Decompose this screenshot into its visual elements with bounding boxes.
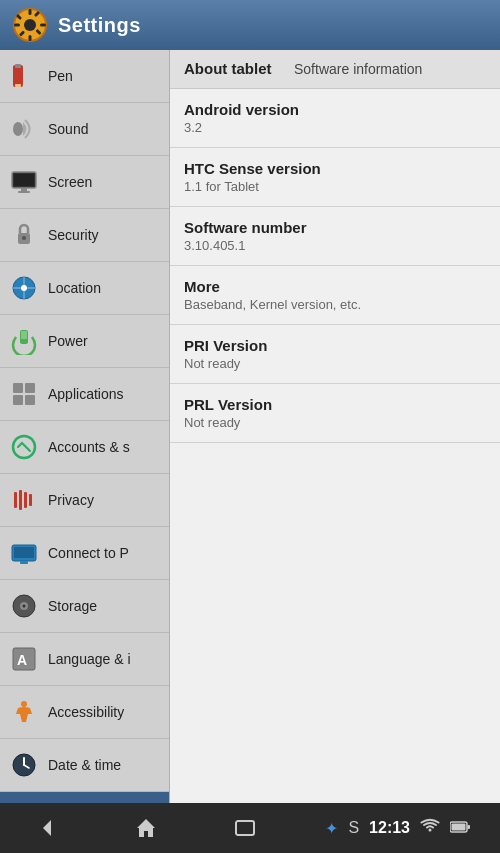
sidebar-label-power: Power [48,333,88,349]
sidebar-item-location[interactable]: Location [0,262,169,315]
sidebar-item-power[interactable]: Power [0,315,169,368]
detail-item-subtitle: Baseband, Kernel version, etc. [184,297,486,312]
sidebar-item-security[interactable]: Security [0,209,169,262]
svg-rect-24 [13,383,23,393]
storage-icon [8,590,40,622]
detail-panel: About tablet Software information Androi… [170,50,500,803]
sidebar-label-datetime: Date & time [48,757,121,773]
sidebar: PenSoundScreenSecurityLocationPowerAppli… [0,50,170,803]
detail-item-title: More [184,278,486,295]
sidebar-item-datetime[interactable]: Date & time [0,739,169,792]
nav-bar: ✦ S 12:13 [0,803,500,853]
sidebar-item-accessibility[interactable]: Accessibility [0,686,169,739]
sidebar-label-connect: Connect to P [48,545,129,561]
sidebar-item-screen[interactable]: Screen [0,156,169,209]
svg-rect-31 [24,492,27,508]
sidebar-item-storage[interactable]: Storage [0,580,169,633]
dropbox-icon: ✦ [325,819,338,838]
svg-rect-34 [14,547,34,558]
svg-rect-10 [13,65,23,87]
sidebar-item-connect[interactable]: Connect to P [0,527,169,580]
sidebar-label-pen: Pen [48,68,73,84]
datetime-icon [8,749,40,781]
svg-rect-30 [19,490,22,510]
sync-icon: S [348,819,359,837]
detail-item: Software number3.10.405.1 [170,207,500,266]
applications-icon [8,378,40,410]
detail-item-subtitle: 1.1 for Tablet [184,179,486,194]
clock-display: 12:13 [369,819,410,837]
home-button[interactable] [128,810,164,846]
battery-icon [450,819,470,837]
nav-right: ✦ S 12:13 [325,818,470,838]
svg-rect-29 [14,492,17,508]
svg-rect-26 [13,395,23,405]
wifi-icon [420,818,440,838]
detail-header-title: About tablet [184,60,284,77]
sidebar-item-about[interactable]: iAbout tablet [0,792,169,803]
detail-item-subtitle: 3.2 [184,120,486,135]
detail-item: PRL VersionNot ready [170,384,500,443]
svg-rect-2 [29,9,32,15]
sidebar-label-screen: Screen [48,174,92,190]
sidebar-item-language[interactable]: ALanguage & i [0,633,169,686]
svg-point-41 [21,701,27,707]
svg-point-13 [13,122,23,136]
sidebar-label-privacy: Privacy [48,492,94,508]
svg-point-1 [24,19,36,31]
svg-rect-17 [18,191,30,193]
detail-item[interactable]: MoreBaseband, Kernel version, etc. [170,266,500,325]
detail-header-subtitle: Software information [294,60,422,78]
svg-rect-52 [452,824,466,831]
sound-icon [8,113,40,145]
back-button[interactable] [30,810,66,846]
detail-item-title: PRI Version [184,337,486,354]
screen-icon [8,166,40,198]
sidebar-label-location: Location [48,280,101,296]
detail-item-title: Software number [184,219,486,236]
detail-item: HTC Sense version1.1 for Tablet [170,148,500,207]
detail-item-subtitle: Not ready [184,356,486,371]
sidebar-label-language: Language & i [48,651,131,667]
recent-apps-button[interactable] [227,810,263,846]
security-icon [8,219,40,251]
svg-rect-32 [29,494,32,506]
svg-point-19 [22,236,26,240]
svg-rect-5 [40,24,46,27]
main-content: PenSoundScreenSecurityLocationPowerAppli… [0,50,500,803]
connect-icon [8,537,40,569]
svg-rect-12 [15,84,21,87]
detail-item: PRI VersionNot ready [170,325,500,384]
detail-item-title: Android version [184,101,486,118]
svg-rect-3 [29,35,32,41]
page-title: Settings [58,14,141,37]
sidebar-item-pen[interactable]: Pen [0,50,169,103]
sidebar-label-accounts: Accounts & s [48,439,130,455]
svg-point-28 [13,436,35,458]
sidebar-label-storage: Storage [48,598,97,614]
detail-header: About tablet Software information [170,50,500,89]
sidebar-item-accounts[interactable]: Accounts & s [0,421,169,474]
sidebar-item-applications[interactable]: Applications [0,368,169,421]
sidebar-item-sound[interactable]: Sound [0,103,169,156]
svg-rect-11 [15,64,21,68]
sidebar-label-sound: Sound [48,121,88,137]
svg-rect-35 [20,561,28,564]
sidebar-item-privacy[interactable]: Privacy [0,474,169,527]
accounts-icon [8,431,40,463]
location-icon [8,272,40,304]
svg-rect-15 [14,174,34,186]
svg-point-21 [21,285,27,291]
language-icon: A [8,643,40,675]
detail-item-title: PRL Version [184,396,486,413]
sidebar-label-security: Security [48,227,99,243]
svg-marker-47 [43,820,51,836]
svg-marker-48 [137,819,155,837]
svg-text:A: A [17,652,27,668]
detail-item-subtitle: 3.10.405.1 [184,238,486,253]
power-icon [8,325,40,357]
top-bar: Settings [0,0,500,50]
svg-rect-49 [236,821,254,835]
sidebar-label-accessibility: Accessibility [48,704,124,720]
pen-icon [8,60,40,92]
